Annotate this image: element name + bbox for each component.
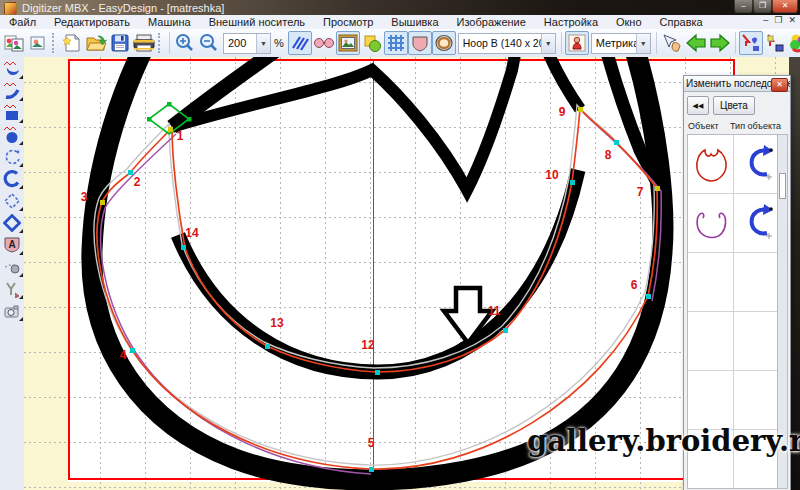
chevron-down-icon[interactable]: ▼ <box>636 34 650 53</box>
mdi-restore-icon[interactable]: ❐ <box>774 15 782 25</box>
app-icon <box>4 2 17 15</box>
back-one-object-icon[interactable] <box>684 31 708 55</box>
stitch-point-label-7: 7 <box>632 185 648 199</box>
sequence-row-1[interactable] <box>688 135 781 194</box>
mdi-minimize-icon[interactable]: ‒ <box>763 15 768 25</box>
diamond-shape-icon[interactable] <box>2 212 23 233</box>
stitch-point-8[interactable] <box>614 140 619 145</box>
menu-view[interactable]: Просмотр <box>314 16 382 28</box>
lettering-icon[interactable]: A <box>2 234 23 255</box>
menu-settings[interactable]: Настройка <box>535 16 607 28</box>
close-icon[interactable]: ✕ <box>771 78 788 92</box>
print-icon[interactable] <box>132 31 156 55</box>
stitch-point-14[interactable] <box>181 245 186 250</box>
chevron-down-icon[interactable]: ▼ <box>541 34 555 53</box>
digitize-toolbar: A <box>0 57 25 490</box>
menu-machine[interactable]: Машина <box>139 16 200 28</box>
stitch-point-label-12: 12 <box>360 338 376 352</box>
panel-toolbar: ◀◀ Цвета <box>684 92 790 118</box>
open-curve-icon[interactable] <box>2 146 23 167</box>
menu-help[interactable]: Справка <box>651 16 712 28</box>
new-design-icon[interactable] <box>60 31 84 55</box>
stitch-point-7[interactable] <box>655 186 660 191</box>
zoom-out-icon[interactable] <box>197 31 221 55</box>
resequence-by-selects-icon[interactable] <box>763 31 787 55</box>
run-stitch-ccw-icon <box>734 135 781 193</box>
digitize-open-shape-icon[interactable] <box>2 80 23 101</box>
stitch-point-label-14: 14 <box>184 226 200 240</box>
branching-icon[interactable] <box>2 278 23 299</box>
zoom-level-combo[interactable]: 200 ▼ <box>223 33 271 54</box>
closed-curve-outline-icon[interactable] <box>2 190 23 211</box>
hoop-combo[interactable]: Hoop B (140 x 200) ▼ <box>458 33 556 54</box>
to-start-button[interactable]: ◀◀ <box>687 96 709 115</box>
mdi-close-icon[interactable]: ✕ <box>788 15 796 25</box>
stitch-point-label-6: 6 <box>626 278 642 292</box>
minimize-icon[interactable]: – <box>734 0 753 13</box>
sequence-row-empty <box>688 253 781 312</box>
toolbar-separator <box>561 32 562 54</box>
insert-design-icon[interactable] <box>2 31 26 55</box>
digitize-circle-icon[interactable] <box>2 124 23 145</box>
window-title: Digitizer MBX - EasyDesign - [matreshka] <box>22 2 224 14</box>
units-combo[interactable]: Метрика ▼ <box>591 33 651 54</box>
stitch-point-label-8: 8 <box>600 148 616 162</box>
forward-one-object-icon[interactable] <box>708 31 732 55</box>
stitch-point-9[interactable] <box>578 107 583 112</box>
menu-embroidery[interactable]: Вышивка <box>382 16 447 28</box>
stitch-view-icon[interactable] <box>288 31 312 55</box>
stitch-point-label-1: 1 <box>172 129 188 143</box>
scrollbar-thumb[interactable] <box>779 173 786 199</box>
stitch-point-5[interactable] <box>369 467 374 472</box>
menu-bar: Файл Редактировать Машина Внешний носите… <box>0 15 800 30</box>
color-film-icon[interactable] <box>787 31 800 55</box>
stitch-point-10[interactable] <box>570 180 575 185</box>
hoop-toggle-icon[interactable] <box>432 31 456 55</box>
sequence-row-2[interactable] <box>688 194 781 253</box>
window-controls: – ❐ ✕ <box>734 0 798 13</box>
stitch-point-11[interactable] <box>503 328 508 333</box>
hoop-template-icon[interactable] <box>408 31 432 55</box>
title-bar: Digitizer MBX - EasyDesign - [matreshka]… <box>0 0 800 15</box>
stitch-point-6[interactable] <box>646 294 651 299</box>
mdi-window-controls: ‒ ❐ ✕ <box>763 15 796 25</box>
stitch-point-12[interactable] <box>375 370 380 375</box>
sequence-row-empty <box>688 371 781 430</box>
main-toolbar: 200 ▼ % Hoop B (140 x 200) ▼ Метрика ▼ <box>0 29 800 58</box>
menu-edit[interactable]: Редактировать <box>45 16 139 28</box>
watermark: gallery.broidery.ru <box>527 424 800 458</box>
resequence-manually-icon[interactable] <box>739 31 763 55</box>
photo-flash-icon[interactable] <box>2 300 23 321</box>
stitch-point-13[interactable] <box>265 344 270 349</box>
objects-view-icon[interactable] <box>360 31 384 55</box>
stitch-point-3[interactable] <box>100 200 105 205</box>
stitch-point-label-2: 2 <box>129 175 145 189</box>
open-design-icon[interactable] <box>84 31 108 55</box>
chevron-down-icon[interactable]: ▼ <box>256 34 270 53</box>
menu-window[interactable]: Окно <box>607 16 651 28</box>
true-view-icon[interactable] <box>312 31 336 55</box>
digitize-closed-shape-icon[interactable] <box>2 58 23 79</box>
picture-view-icon[interactable] <box>336 31 360 55</box>
run-stitch-ccw-icon <box>734 194 781 252</box>
digitize-rectangle-icon[interactable] <box>2 102 23 123</box>
grid-toggle-icon[interactable] <box>384 31 408 55</box>
arc-icon[interactable] <box>2 168 23 189</box>
menu-file[interactable]: Файл <box>0 16 45 28</box>
design-thumbnail-icon[interactable] <box>565 31 589 55</box>
colors-button[interactable]: Цвета <box>713 96 755 115</box>
close-icon[interactable]: ✕ <box>772 0 798 13</box>
stitch-point-label-9: 9 <box>554 105 570 119</box>
zoom-in-icon[interactable] <box>173 31 197 55</box>
manual-stitch-icon[interactable] <box>2 256 23 277</box>
save-design-icon[interactable] <box>108 31 132 55</box>
maximize-icon[interactable]: ❐ <box>753 0 772 13</box>
menu-external-media[interactable]: Внешний носитель <box>200 16 314 28</box>
select-pan-icon[interactable] <box>660 31 684 55</box>
sequence-table-header: Объект Тип объекта <box>684 118 790 133</box>
toolbar-overflow <box>52 33 58 53</box>
hoop-value: Hoop B (140 x 200) <box>459 37 541 49</box>
open-recent-design-icon[interactable] <box>26 31 50 55</box>
menu-image[interactable]: Изображение <box>448 16 535 28</box>
stitch-point-label-10: 10 <box>544 168 560 182</box>
